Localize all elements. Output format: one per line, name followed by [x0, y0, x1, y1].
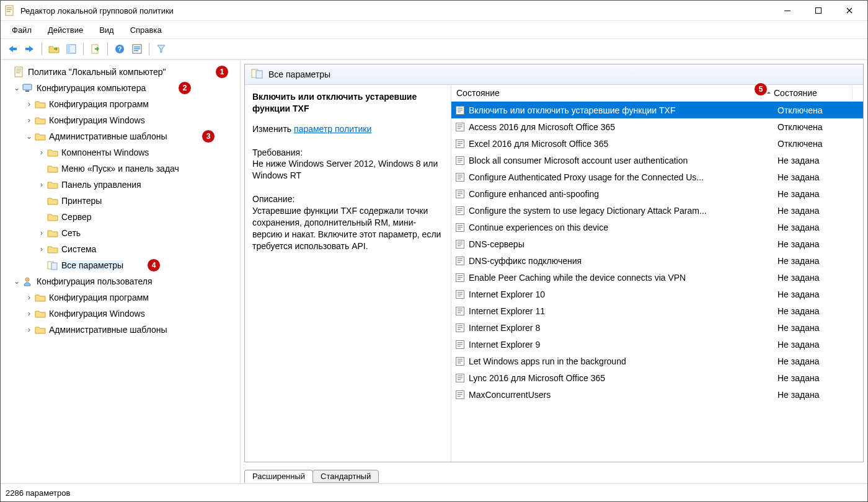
- tree-item[interactable]: ›Система: [3, 241, 237, 257]
- svg-rect-49: [458, 195, 461, 196]
- nav-tree[interactable]: Политика "Локальный компьютер" 1 ⌄ Конфи…: [1, 60, 241, 483]
- list-row[interactable]: MaxConcurrentUsersНе задана: [451, 386, 863, 403]
- show-hide-tree-button[interactable]: [63, 41, 79, 57]
- setting-icon: [454, 205, 466, 216]
- row-state: Не задана: [777, 373, 863, 383]
- list-row[interactable]: Internet Explorer 9Не задана: [451, 336, 863, 353]
- svg-rect-4: [784, 11, 790, 11]
- tree-item[interactable]: ›Конфигурация программ: [3, 289, 237, 306]
- list-row[interactable]: Lync 2016 для Microsoft Office 365Не зад…: [451, 369, 863, 386]
- row-state: Не задана: [777, 189, 863, 199]
- row-state: Отключена: [777, 139, 863, 149]
- minimize-button[interactable]: [773, 2, 802, 19]
- expand-twisty[interactable]: ›: [24, 115, 34, 125]
- list-row[interactable]: Continue experiences on this deviceНе за…: [451, 219, 863, 236]
- expand-twisty[interactable]: ›: [37, 228, 46, 238]
- svg-rect-40: [458, 160, 463, 161]
- list-row[interactable]: Internet Explorer 8Не задана: [451, 319, 863, 336]
- column-state[interactable]: Состояние: [761, 86, 852, 100]
- row-name: Let Windows apps run in the background: [469, 356, 777, 366]
- tab-standard[interactable]: Стандартный: [312, 470, 379, 483]
- column-name[interactable]: Состояние: [451, 86, 761, 100]
- properties-button[interactable]: [129, 41, 145, 57]
- tree-item[interactable]: ›Конфигурация Windows: [3, 306, 237, 322]
- list-row[interactable]: Block all consumer Microsoft account use…: [451, 152, 863, 169]
- svg-rect-47: [458, 192, 463, 192]
- tree-root[interactable]: Политика "Локальный компьютер" 1: [3, 64, 237, 80]
- expand-twisty[interactable]: ›: [24, 293, 34, 302]
- folder-icon: [46, 163, 59, 174]
- tree-label: Конфигурация компьютера: [37, 83, 146, 93]
- tree-item[interactable]: ›Компоненты Windows: [3, 144, 237, 161]
- tree-item[interactable]: ›Конфигурация программ: [3, 96, 237, 112]
- list-row[interactable]: Configure enhanced anti-spoofingНе задан…: [451, 185, 863, 202]
- edit-policy-link[interactable]: параметр политики: [294, 124, 371, 134]
- close-button[interactable]: [835, 2, 864, 19]
- tree-item[interactable]: Сервер: [3, 209, 237, 225]
- forward-button[interactable]: [22, 41, 38, 57]
- setting-icon: [454, 389, 466, 400]
- menubar: Файл Действие Вид Справка: [1, 21, 867, 39]
- svg-rect-71: [458, 292, 463, 293]
- export-button[interactable]: [87, 41, 104, 57]
- list-row[interactable]: Let Windows apps run in the backgroundНе…: [451, 353, 863, 369]
- folder-icon: [46, 211, 59, 222]
- tab-extended[interactable]: Расширенный: [244, 470, 313, 483]
- tree-computer-config[interactable]: ⌄ Конфигурация компьютера 2: [3, 80, 237, 96]
- row-name: Configure Authenticated Proxy usage for …: [469, 172, 777, 182]
- svg-rect-20: [25, 90, 29, 92]
- expand-twisty[interactable]: ›: [24, 325, 34, 335]
- tree-all-settings[interactable]: Все параметры4: [3, 257, 237, 273]
- tree-item[interactable]: ›Конфигурация Windows: [3, 112, 237, 128]
- tree-item[interactable]: ›Панель управления: [3, 177, 237, 193]
- expand-twisty[interactable]: ›: [37, 148, 46, 157]
- list-row[interactable]: Internet Explorer 10Не задана: [451, 286, 863, 302]
- collapse-twisty[interactable]: ⌄: [24, 131, 34, 141]
- tree-item[interactable]: Принтеры: [3, 193, 237, 209]
- tree-label: Панель управления: [61, 180, 141, 190]
- svg-rect-63: [458, 258, 463, 259]
- expand-twisty[interactable]: ›: [37, 180, 46, 190]
- row-name: Internet Explorer 11: [469, 306, 777, 316]
- folder-icon: [34, 115, 46, 126]
- tree-item[interactable]: ›Административные шаблоны: [3, 322, 237, 338]
- menu-view[interactable]: Вид: [92, 23, 122, 37]
- row-state: Отключена: [777, 122, 863, 132]
- list-row[interactable]: Access 2016 для Microsoft Office 365Откл…: [451, 118, 863, 135]
- list-row[interactable]: Excel 2016 для Microsoft Office 365Отклю…: [451, 135, 863, 152]
- up-button[interactable]: [46, 41, 62, 57]
- list-row[interactable]: Configure the system to use legacy Dicti…: [451, 202, 863, 219]
- tree-item[interactable]: Меню «Пуск» и панель задач: [3, 161, 237, 177]
- help-button[interactable]: ?: [112, 41, 128, 57]
- tree-item[interactable]: ›Сеть: [3, 225, 237, 241]
- menu-file[interactable]: Файл: [4, 23, 39, 37]
- list-row[interactable]: Enable Peer Caching while the device con…: [451, 269, 863, 286]
- list-row[interactable]: DNS-серверыНе задана: [451, 236, 863, 252]
- svg-rect-56: [458, 227, 463, 227]
- tree-admin-templates[interactable]: ⌄ Административные шаблоны 3: [3, 128, 237, 144]
- list-row[interactable]: Configure Authenticated Proxy usage for …: [451, 169, 863, 185]
- list-row[interactable]: Включить или отключить устаревшие функци…: [451, 102, 863, 118]
- list-header[interactable]: Состояние Состояние: [451, 85, 863, 102]
- expand-twisty[interactable]: ›: [24, 99, 34, 109]
- back-button[interactable]: [4, 41, 20, 57]
- svg-rect-2: [7, 9, 12, 10]
- svg-rect-60: [458, 244, 463, 244]
- filter-button[interactable]: [153, 41, 169, 57]
- list-row[interactable]: Internet Explorer 11Не задана: [451, 302, 863, 319]
- row-name: MaxConcurrentUsers: [469, 390, 777, 400]
- menu-action[interactable]: Действие: [40, 23, 91, 37]
- list-row[interactable]: DNS-суффикс подключенияНе задана: [451, 252, 863, 269]
- maximize-button[interactable]: [804, 2, 833, 19]
- view-tabs: Расширенный Стандартный: [241, 465, 867, 483]
- collapse-twisty[interactable]: ⌄: [12, 276, 22, 286]
- expand-twisty[interactable]: ›: [24, 309, 34, 319]
- svg-rect-81: [458, 329, 461, 330]
- menu-help[interactable]: Справка: [123, 23, 169, 37]
- collapse-twisty[interactable]: ⌄: [12, 83, 22, 93]
- tree-user-config[interactable]: ⌄ Конфигурация пользователя: [3, 273, 237, 289]
- expand-twisty[interactable]: ›: [37, 244, 46, 254]
- settings-list[interactable]: Включить или отключить устаревшие функци…: [451, 102, 863, 462]
- setting-icon: [454, 339, 466, 350]
- requirements-label: Требования:: [252, 147, 443, 159]
